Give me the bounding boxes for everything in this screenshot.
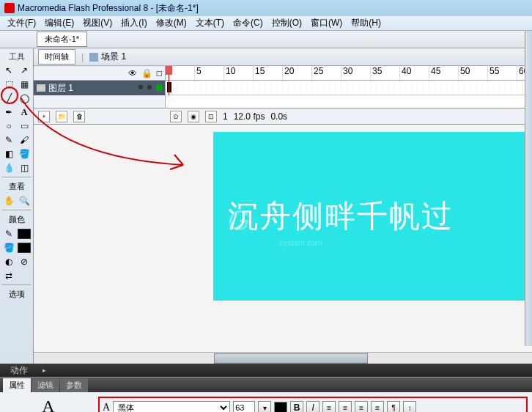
tab-params[interactable]: 参数 — [60, 378, 88, 392]
tab-properties[interactable]: 属性 — [3, 378, 31, 392]
scene-icon — [89, 53, 98, 62]
timeline-panel: 👁 🔒 □ 图层 1 151015202530354045505560 — [34, 66, 532, 108]
timeline-controls: + 📁 🗑 ⊙ ◉ ⊡ 1 12.0 fps 0.0s — [34, 108, 532, 125]
properties-panel: 属性 滤镜 参数 A 静态文本 文本工具 A 黑体 ▾ B I ≡ ≡ ≡ ≡ … — [0, 377, 532, 412]
doc-tab[interactable]: 未命名-1* — [37, 32, 87, 47]
italic-button[interactable]: I — [306, 401, 319, 412]
align-right-button[interactable]: ≡ — [355, 401, 368, 412]
text-tool-icon[interactable]: A — [17, 106, 32, 119]
eyedropper-icon[interactable]: 💧 — [1, 161, 16, 174]
menu-file[interactable]: 文件(F) — [3, 15, 40, 31]
playhead[interactable] — [169, 66, 169, 95]
onion-skin-button[interactable]: ⊙ — [170, 111, 182, 122]
menu-modify[interactable]: 修改(M) — [152, 15, 191, 31]
layer-header: 👁 🔒 □ — [34, 66, 165, 81]
onion-outline-button[interactable]: ◉ — [188, 111, 199, 122]
free-transform-icon[interactable]: ⬚ — [1, 78, 16, 91]
horizontal-scrollbar[interactable] — [34, 352, 532, 364]
delete-layer-button[interactable]: 🗑 — [73, 111, 85, 122]
window-titlebar: Macromedia Flash Professional 8 - [未命名-1… — [0, 0, 532, 16]
menu-commands[interactable]: 命令(C) — [229, 15, 267, 31]
menu-edit[interactable]: 编辑(E) — [40, 15, 78, 31]
paragraph-button[interactable]: ¶ — [387, 401, 400, 412]
outline-icon[interactable]: □ — [157, 68, 162, 78]
scrollbar-thumb[interactable] — [214, 353, 369, 364]
view-label: 查看 — [1, 180, 32, 194]
font-size-input[interactable] — [233, 401, 255, 412]
eye-icon[interactable]: 👁 — [128, 68, 137, 78]
options-label: 选项 — [1, 287, 32, 301]
oval-tool-icon[interactable]: ○ — [1, 119, 16, 133]
brush-tool-icon[interactable]: 🖌 — [17, 133, 32, 147]
fill-color-icon[interactable]: 🪣 — [1, 241, 16, 254]
current-frame: 1 — [223, 111, 228, 122]
frame-row[interactable] — [166, 81, 532, 95]
hand-tool-icon[interactable]: ✋ — [1, 194, 16, 207]
eraser-tool-icon[interactable]: ◫ — [17, 161, 32, 174]
lock-icon[interactable]: 🔒 — [141, 68, 152, 78]
font-family-select[interactable]: 黑体 — [113, 401, 230, 412]
tab-filters[interactable]: 滤镜 — [32, 378, 59, 392]
watermark: G — [228, 205, 250, 237]
zoom-tool-icon[interactable]: 🔍 — [17, 194, 32, 207]
watermark-sub: system.com — [279, 238, 322, 247]
frames-area[interactable]: 151015202530354045505560 — [166, 66, 532, 108]
color-label: 颜色 — [1, 213, 32, 227]
text-type-icon: A — [42, 397, 54, 412]
scene-tab[interactable]: 场景 1 — [89, 51, 126, 63]
add-folder-button[interactable]: 📁 — [56, 111, 67, 122]
bw-icon[interactable]: ◐ — [1, 255, 16, 268]
gradient-transform-icon[interactable]: ▦ — [17, 78, 32, 91]
edit-multi-button[interactable]: ⊡ — [205, 111, 217, 122]
menu-control[interactable]: 控制(O) — [267, 15, 306, 31]
menu-insert[interactable]: 插入(I) — [117, 15, 151, 31]
stage-canvas[interactable]: G system.com 沉舟侧畔千帆过 — [213, 132, 532, 301]
menu-help[interactable]: 帮助(H) — [347, 15, 385, 31]
align-left-button[interactable]: ≡ — [322, 401, 336, 412]
rect-tool-icon[interactable]: ▭ — [17, 119, 32, 133]
swap-colors-icon[interactable]: ⇄ — [1, 269, 16, 282]
actions-panel-header[interactable]: 动作 — [0, 364, 532, 377]
lasso-tool-icon[interactable]: ◯ — [17, 92, 32, 105]
app-icon — [4, 3, 15, 13]
add-layer-button[interactable]: + — [38, 111, 50, 122]
menubar: 文件(F) 编辑(E) 视图(V) 插入(I) 修改(M) 文本(T) 命令(C… — [0, 16, 532, 31]
font-properties-group: A 黑体 ▾ B I ≡ ≡ ≡ ≡ ¶ ↕ A|V ▾ A: 一般 可读性消 — [98, 397, 528, 412]
text-color-swatch[interactable] — [274, 402, 287, 412]
menu-text[interactable]: 文本(T) — [191, 15, 229, 31]
collapsed-panels[interactable] — [525, 31, 532, 346]
align-center-button[interactable]: ≡ — [339, 401, 352, 412]
line-tool-icon[interactable]: ╱ — [1, 92, 16, 105]
size-stepper[interactable]: ▾ — [258, 401, 271, 412]
keyframe-icon[interactable] — [167, 82, 171, 92]
menu-window[interactable]: 窗口(W) — [306, 15, 347, 31]
pencil-tool-icon[interactable]: ✎ — [1, 133, 16, 147]
layer-icon — [37, 84, 45, 92]
stage-area[interactable]: G system.com 沉舟侧畔千帆过 — [34, 125, 532, 352]
noColor-icon[interactable]: ⊘ — [17, 255, 32, 268]
paint-bucket-icon[interactable]: 🪣 — [17, 147, 32, 161]
subselect-tool-icon[interactable]: ↗ — [17, 64, 32, 77]
stroke-color-icon[interactable]: ✎ — [1, 227, 16, 240]
frame-ruler: 151015202530354045505560 — [166, 66, 532, 81]
layer-row[interactable]: 图层 1 — [34, 81, 165, 95]
stage-text[interactable]: 沉舟侧畔千帆过 — [228, 196, 454, 237]
fps-display: 12.0 fps — [234, 111, 265, 122]
actions-label: 动作 — [10, 364, 28, 377]
bold-button[interactable]: B — [290, 401, 303, 412]
time-display: 0.0s — [270, 111, 287, 122]
menu-view[interactable]: 视图(V) — [78, 15, 117, 31]
ink-bottle-icon[interactable]: ◧ — [1, 147, 16, 161]
stroke-swatch[interactable] — [17, 227, 32, 240]
timeline-toggle-button[interactable]: 时间轴 — [38, 49, 75, 65]
scene-bar: 时间轴 | 场景 1 — [34, 48, 532, 66]
orientation-button[interactable]: ↕ — [403, 401, 416, 412]
layer-name: 图层 1 — [48, 82, 73, 95]
fill-swatch[interactable] — [17, 241, 32, 254]
selection-tool-icon[interactable]: ↖ — [1, 64, 16, 77]
toolbox: 工具 ↖ ↗ ⬚ ▦ ╱ ◯ ✒ A ○ ▭ ✎ 🖌 ◧ 🪣 💧 ◫ 查看 ✋ … — [0, 48, 34, 364]
scene-label: 场景 1 — [101, 51, 126, 63]
document-tabs: 未命名-1* — [0, 31, 532, 48]
align-justify-button[interactable]: ≡ — [371, 401, 384, 412]
pen-tool-icon[interactable]: ✒ — [1, 106, 16, 119]
